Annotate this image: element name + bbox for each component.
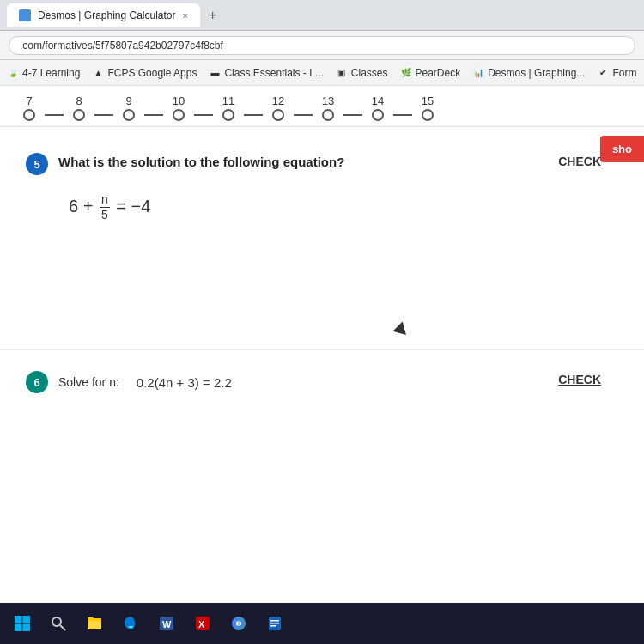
excel-button[interactable]: X [187,608,218,639]
svg-rect-2 [15,624,22,632]
eq5-fraction: n 5 [100,192,110,222]
progress-line-13-14 [343,114,362,116]
progress-item-10[interactable]: 10 [163,94,194,121]
windows-logo-icon [14,615,31,632]
svg-rect-1 [23,616,31,623]
bookmark-icon-6: 📊 [472,67,484,79]
check-button-6[interactable]: CHECK [558,373,601,386]
tab-close-button[interactable]: × [183,10,188,21]
browser-tab-bar: Desmos | Graphing Calculator × + [0,0,644,31]
tab-favicon [19,9,31,21]
svg-rect-16 [270,620,279,622]
bookmark-desmos[interactable]: 📊 Desmos | Graphing... [472,67,585,79]
bookmark-icon-3: ▬ [209,67,221,79]
bookmark-label-1: 4-7 Learning [22,67,80,79]
question-5-text: What is the solution to the following eq… [58,153,618,169]
question-5-section: 5 What is the solution to the following … [0,127,644,350]
new-tab-button[interactable]: + [200,4,225,27]
progress-item-14[interactable]: 14 [362,94,393,121]
progress-item-12[interactable]: 12 [263,94,294,121]
svg-rect-3 [23,624,31,632]
edge-icon [122,615,139,632]
check-button-5[interactable]: CHECK [558,155,601,168]
question-6-header: 6 Solve for n: 0.2(4n + 3) = 2.2 [26,371,618,393]
progress-circle-11 [222,109,234,121]
taskbar: W X [0,603,644,644]
bookmark-peardeck[interactable]: 🌿 PearDeck [400,67,461,79]
bookmark-label-3: Class Essentials - L... [224,67,323,79]
bookmark-label-2: FCPS Google Apps [107,67,197,79]
word-icon: W [158,615,175,632]
bookmark-icon-5: 🌿 [400,67,412,79]
bookmark-icon-2: ▲ [92,67,104,79]
progress-circle-10 [173,109,185,121]
progress-line-14-15 [393,114,412,116]
eq5-prefix: 6 + [69,197,98,216]
question-5-equation: 6 + n 5 = −4 [69,192,618,222]
address-bar-row: .com/formatives/5f75807a942b02797c4f8cbf [0,31,644,60]
question-6-solve-label: Solve for n: [58,375,119,389]
progress-line-10-11 [194,114,213,116]
progress-circle-9 [123,109,135,121]
bookmark-form[interactable]: ✔ Form [597,67,636,79]
svg-rect-18 [270,625,276,627]
progress-circle-14 [372,109,384,121]
chrome-icon [230,615,247,632]
svg-rect-8 [88,617,94,621]
svg-point-4 [52,617,61,626]
progress-bar: 7 8 9 10 11 12 [0,86,644,127]
search-button[interactable] [43,608,74,639]
file-explorer-button[interactable] [79,608,110,639]
bookmark-icon-7: ✔ [597,67,609,79]
bookmark-label-6: Desmos | Graphing... [488,67,585,79]
svg-rect-0 [15,616,22,623]
file2-button[interactable] [259,608,290,639]
progress-line-7-8 [45,114,64,116]
svg-text:X: X [198,619,205,629]
eq5-numerator: n [100,192,110,208]
progress-line-8-9 [94,114,113,116]
bookmark-icon-1: 🍃 [7,67,19,79]
word-button[interactable]: W [151,608,182,639]
question-numbers: 7 8 9 10 11 12 [14,94,443,121]
address-bar[interactable]: .com/formatives/5f75807a942b02797c4f8cbf [9,36,635,55]
active-tab[interactable]: Desmos | Graphing Calculator × [7,3,200,27]
progress-item-9[interactable]: 9 [113,94,144,121]
svg-rect-7 [88,621,101,629]
progress-item-8[interactable]: 8 [64,94,94,121]
progress-line-9-10 [144,114,163,116]
eq5-suffix: = −4 [116,197,150,216]
question-6-badge: 6 [26,371,48,393]
bookmark-fcps[interactable]: ▲ FCPS Google Apps [92,67,197,79]
progress-item-13[interactable]: 13 [313,94,343,121]
bookmark-label-5: PearDeck [416,67,461,79]
question-5-header: 5 What is the solution to the following … [26,153,618,175]
question-6-equation: 0.2(4n + 3) = 2.2 [137,375,232,390]
bookmarks-bar: 🍃 4-7 Learning ▲ FCPS Google Apps ▬ Clas… [0,60,644,86]
progress-item-7[interactable]: 7 [14,94,45,121]
bookmark-4-7-learning[interactable]: 🍃 4-7 Learning [7,67,80,79]
svg-rect-17 [270,623,279,624]
bookmark-label-4: Classes [351,67,388,79]
start-button[interactable] [7,608,38,639]
bookmark-label-7: Form [612,67,636,79]
bookmark-class-essentials[interactable]: ▬ Class Essentials - L... [209,67,323,79]
progress-item-15[interactable]: 15 [412,94,443,121]
svg-line-5 [60,625,65,630]
chrome-button[interactable] [223,608,254,639]
search-icon [50,615,67,632]
progress-circle-15 [422,109,434,121]
tab-list: Desmos | Graphing Calculator × + [7,0,225,30]
content-area: sho 5 What is the solution to the follow… [0,127,644,410]
bookmark-classes[interactable]: ▣ Classes [336,67,388,79]
progress-circle-8 [73,109,85,121]
progress-item-11[interactable]: 11 [213,94,244,121]
excel-icon: X [194,615,211,632]
file-explorer-icon [86,615,103,632]
tab-label: Desmos | Graphing Calculator [38,9,176,21]
progress-circle-13 [322,109,334,121]
svg-text:W: W [162,619,172,629]
progress-circle-12 [272,109,284,121]
edge-button[interactable] [115,608,146,639]
question-5-badge: 5 [26,153,48,175]
